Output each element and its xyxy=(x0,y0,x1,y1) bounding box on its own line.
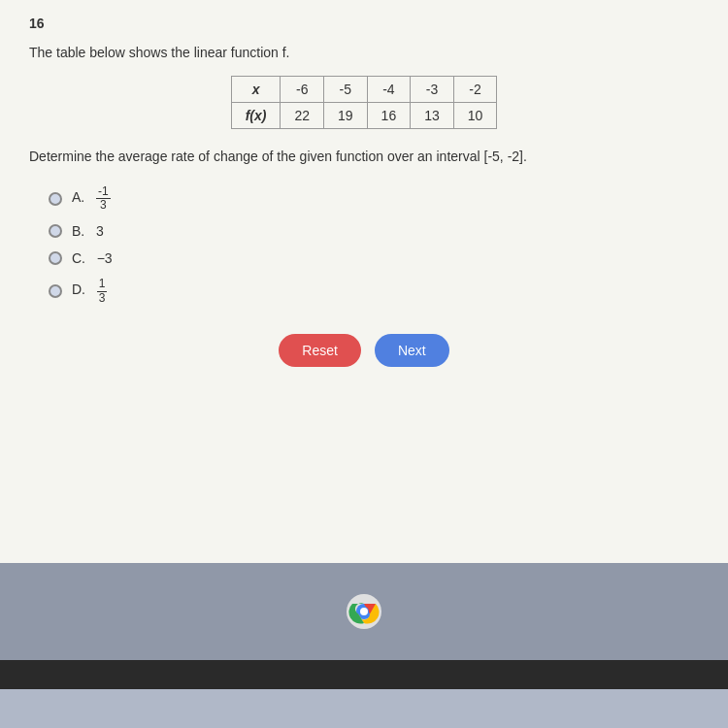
function-table-container: x -6 -5 -4 -3 -2 f(x) 22 19 16 13 10 xyxy=(29,76,699,129)
table-row-label: f(x) xyxy=(231,103,281,129)
next-button[interactable]: Next xyxy=(375,334,449,367)
option-c[interactable]: C. −3 xyxy=(49,250,699,266)
question-number: 16 xyxy=(29,16,699,31)
table-col-neg6: -6 xyxy=(281,77,324,103)
fraction-a-denominator: 3 xyxy=(98,199,109,212)
table-val-19: 19 xyxy=(324,103,368,129)
radio-b[interactable] xyxy=(49,224,62,238)
option-a-label: A. -1 3 xyxy=(72,185,111,212)
table-val-13: 13 xyxy=(411,103,454,129)
fraction-a-numerator: -1 xyxy=(96,185,111,199)
reset-button[interactable]: Reset xyxy=(279,334,361,367)
content-area: 16 The table below shows the linear func… xyxy=(0,0,728,563)
table-val-16: 16 xyxy=(367,103,411,129)
option-d[interactable]: D. 1 3 xyxy=(49,278,699,304)
table-col-neg5: -5 xyxy=(324,77,368,103)
taskbar xyxy=(0,563,728,660)
function-table: x -6 -5 -4 -3 -2 f(x) 22 19 16 13 10 xyxy=(231,76,498,129)
option-c-label: C. −3 xyxy=(72,250,113,266)
svg-point-3 xyxy=(360,608,368,615)
answer-options: A. -1 3 B. 3 C. −3 D. xyxy=(49,185,699,305)
radio-d[interactable] xyxy=(49,284,62,298)
option-d-label: D. 1 3 xyxy=(72,278,107,304)
option-a-fraction: -1 3 xyxy=(96,185,111,212)
table-header-x: x xyxy=(231,77,281,103)
table-col-neg3: -3 xyxy=(411,77,454,103)
option-a[interactable]: A. -1 3 xyxy=(49,185,699,212)
table-col-neg2: -2 xyxy=(453,77,497,103)
radio-c[interactable] xyxy=(49,251,62,265)
option-b[interactable]: B. 3 xyxy=(49,223,699,239)
question-intro: The table below shows the linear functio… xyxy=(29,45,699,60)
buttons-row: Reset Next xyxy=(29,334,699,367)
table-col-neg4: -4 xyxy=(367,77,411,103)
radio-a[interactable] xyxy=(49,192,62,206)
table-val-22: 22 xyxy=(281,103,324,129)
fraction-d-numerator: 1 xyxy=(97,278,108,291)
chrome-icon[interactable] xyxy=(347,594,381,629)
option-b-label: B. 3 xyxy=(72,223,104,239)
chrome-logo-svg xyxy=(347,594,381,629)
table-val-10: 10 xyxy=(453,103,497,129)
determine-text: Determine the average rate of change of … xyxy=(29,149,699,164)
screen: 16 The table below shows the linear func… xyxy=(0,0,728,728)
option-d-fraction: 1 3 xyxy=(97,278,108,304)
bottom-bar xyxy=(0,660,728,689)
fraction-d-denominator: 3 xyxy=(97,292,108,305)
